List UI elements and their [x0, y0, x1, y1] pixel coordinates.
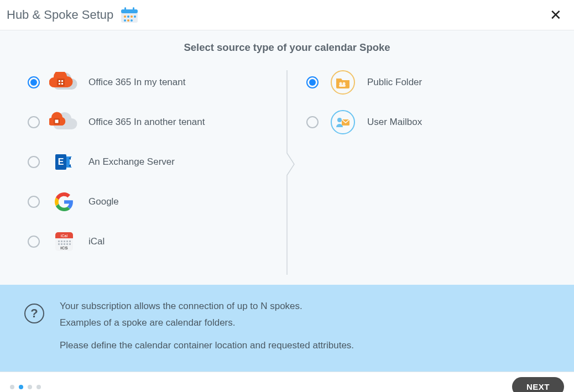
option-label: Office 365 In another tenant [88, 117, 205, 128]
option-google[interactable]: Google [28, 190, 268, 214]
ical-icon: iCal ICS [49, 229, 80, 254]
svg-rect-29 [61, 243, 62, 245]
location-column: Public Folder User Mailbox [295, 70, 557, 275]
svg-rect-2 [124, 7, 126, 11]
main-content: Select source type of your calendar Spok… [0, 30, 574, 372]
public-folder-icon [327, 70, 358, 95]
option-ical[interactable]: iCal ICS iCal [28, 229, 268, 254]
radio-user-mailbox[interactable] [306, 116, 319, 128]
option-label: An Exchange Server [88, 156, 175, 168]
radio-o365-other[interactable] [28, 116, 40, 128]
close-icon[interactable]: ✕ [547, 6, 564, 24]
svg-rect-1 [121, 9, 138, 13]
option-o365-other[interactable]: Office 365 In another tenant [28, 110, 268, 134]
option-o365-own[interactable]: Office 365 In my tenant [28, 70, 268, 95]
svg-rect-23 [58, 241, 60, 242]
header-left: Hub & Spoke Setup [7, 6, 139, 24]
svg-point-8 [124, 19, 126, 22]
option-public-folder[interactable]: Public Folder [306, 70, 546, 95]
info-text: Your subscription allows the connection … [60, 299, 354, 355]
help-icon: ? [24, 304, 44, 323]
user-mailbox-icon [327, 110, 358, 134]
option-user-mailbox[interactable]: User Mailbox [306, 110, 546, 134]
google-icon [49, 190, 80, 214]
exchange-icon: E [49, 150, 80, 174]
option-label: Public Folder [367, 77, 422, 88]
columns: Office 365 In my tenant Office 365 In an… [0, 70, 574, 275]
radio-o365-own[interactable] [28, 76, 40, 88]
svg-rect-26 [66, 241, 68, 242]
svg-rect-16 [55, 120, 59, 123]
svg-text:E: E [58, 157, 64, 166]
o365-own-icon [49, 70, 80, 95]
radio-ical[interactable] [28, 236, 40, 248]
svg-point-4 [124, 15, 126, 18]
info-line-3: Please define the calendar container loc… [60, 338, 354, 353]
next-button[interactable]: NEXT [512, 377, 564, 392]
radio-exchange[interactable] [28, 156, 40, 168]
o365-other-icon [49, 110, 80, 134]
source-type-column: Office 365 In my tenant Office 365 In an… [17, 70, 279, 275]
svg-point-7 [134, 15, 136, 18]
svg-point-5 [127, 15, 129, 18]
step-dot-4 [36, 385, 41, 389]
radio-public-folder[interactable] [306, 76, 319, 88]
info-line-1: Your subscription allows the connection … [60, 299, 354, 313]
subtitle: Select source type of your calendar Spok… [0, 41, 574, 54]
svg-rect-28 [58, 243, 60, 245]
svg-point-37 [337, 118, 342, 122]
svg-rect-36 [339, 85, 346, 87]
step-indicator [10, 385, 41, 389]
svg-rect-25 [64, 241, 65, 242]
page-title: Hub & Spoke Setup [7, 8, 113, 22]
step-dot-2 [19, 385, 23, 389]
step-dot-1 [10, 385, 14, 389]
svg-rect-30 [64, 243, 65, 245]
option-label: iCal [88, 236, 105, 247]
column-divider [279, 70, 295, 275]
svg-rect-3 [133, 7, 134, 11]
option-exchange[interactable]: E An Exchange Server [28, 150, 268, 174]
svg-point-9 [127, 19, 129, 22]
info-banner: ? Your subscription allows the connectio… [0, 285, 574, 372]
svg-point-10 [131, 19, 133, 22]
dialog-header: Hub & Spoke Setup ✕ [0, 0, 574, 30]
step-dot-3 [28, 385, 32, 389]
calendar-icon [120, 6, 139, 24]
svg-rect-32 [69, 243, 71, 245]
svg-rect-24 [61, 241, 62, 242]
svg-text:ICS: ICS [60, 245, 68, 250]
option-label: Google [88, 196, 119, 207]
option-label: User Mailbox [367, 117, 422, 128]
svg-point-6 [131, 15, 133, 18]
svg-text:iCal: iCal [61, 234, 68, 238]
option-label: Office 365 In my tenant [88, 77, 185, 88]
svg-rect-27 [69, 241, 71, 242]
footer: NEXT [0, 372, 574, 392]
svg-rect-14 [59, 82, 63, 83]
svg-point-34 [340, 82, 342, 85]
svg-point-35 [343, 82, 346, 85]
svg-rect-31 [66, 243, 68, 245]
radio-google[interactable] [28, 196, 40, 208]
info-line-2: Examples of a spoke are calendar folders… [60, 316, 354, 330]
